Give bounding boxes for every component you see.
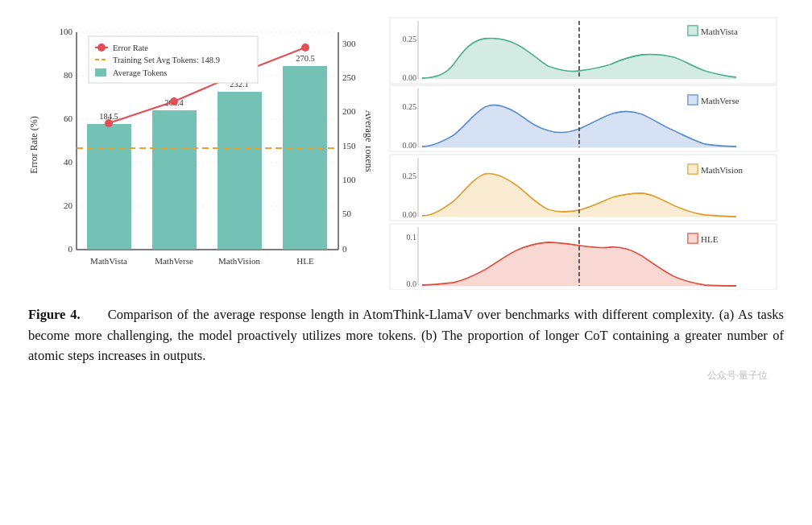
figure-number: Figure 4. xyxy=(28,307,81,322)
svg-text:0: 0 xyxy=(342,244,347,254)
svg-text:0.00: 0.00 xyxy=(403,141,417,150)
svg-text:4: 4 xyxy=(483,289,487,290)
figure-caption: Figure 4. Comparison of the average resp… xyxy=(24,304,788,366)
svg-text:100: 100 xyxy=(342,175,356,184)
svg-text:Training Set Avg Tokens: 148.9: Training Set Avg Tokens: 148.9 xyxy=(113,56,220,64)
svg-text:MathVista: MathVista xyxy=(701,27,738,36)
svg-text:20: 20 xyxy=(64,200,73,210)
svg-text:150: 150 xyxy=(342,141,356,151)
svg-text:0.25: 0.25 xyxy=(403,102,417,111)
svg-text:0.00: 0.00 xyxy=(403,73,417,82)
svg-text:0.25: 0.25 xyxy=(403,172,417,180)
svg-text:300: 300 xyxy=(342,39,356,48)
svg-text:270.5: 270.5 xyxy=(296,54,315,63)
svg-text:0.0: 0.0 xyxy=(407,279,417,288)
figure-container: 0 20 40 60 80 100 Error Rate (%) 0 50 10… xyxy=(24,16,788,290)
svg-text:6: 6 xyxy=(546,289,550,290)
right-chart-svg: 0.00 0.25 MathVista 0.00 0.25 xyxy=(379,16,788,290)
svg-rect-79 xyxy=(688,164,698,174)
svg-rect-25 xyxy=(87,124,131,250)
svg-point-35 xyxy=(170,97,178,105)
left-chart: 0 20 40 60 80 100 Error Rate (%) 0 50 10… xyxy=(24,16,371,290)
watermark: 公众号·量子位 xyxy=(707,369,768,382)
right-chart: 0.00 0.25 MathVista 0.00 0.25 xyxy=(379,16,788,290)
caption-text: Comparison of the average response lengt… xyxy=(28,307,784,363)
svg-point-37 xyxy=(301,43,309,52)
svg-text:50: 50 xyxy=(342,209,352,218)
svg-rect-27 xyxy=(152,110,197,250)
svg-rect-70 xyxy=(688,95,698,105)
svg-text:0.1: 0.1 xyxy=(407,233,417,242)
svg-text:MathVision: MathVision xyxy=(218,256,260,266)
svg-text:250: 250 xyxy=(342,72,356,82)
svg-rect-48 xyxy=(95,68,106,76)
svg-text:80: 80 xyxy=(64,70,73,80)
svg-point-34 xyxy=(105,119,113,127)
svg-text:0.00: 0.00 xyxy=(403,210,417,219)
svg-text:12: 12 xyxy=(732,289,740,290)
svg-rect-88 xyxy=(688,234,698,243)
svg-rect-31 xyxy=(283,66,327,250)
svg-text:10: 10 xyxy=(669,289,677,290)
svg-text:0: 0 xyxy=(68,244,73,254)
svg-text:MathVista: MathVista xyxy=(90,256,127,266)
svg-text:HLE: HLE xyxy=(701,234,719,244)
svg-text:MathVision: MathVision xyxy=(701,165,743,175)
svg-text:200: 200 xyxy=(342,106,356,116)
svg-text:Error Rate: Error Rate xyxy=(113,43,148,52)
svg-text:MathVerse: MathVerse xyxy=(701,96,740,105)
svg-text:40: 40 xyxy=(64,157,73,167)
svg-text:Average Tokens: Average Tokens xyxy=(363,110,371,172)
svg-rect-61 xyxy=(688,26,698,35)
svg-text:MathVerse: MathVerse xyxy=(155,256,193,266)
svg-text:Average Tokens: Average Tokens xyxy=(113,68,167,77)
svg-text:60: 60 xyxy=(64,114,73,123)
svg-text:Error Rate (%): Error Rate (%) xyxy=(28,116,39,173)
svg-text:8: 8 xyxy=(609,289,613,290)
svg-text:0.25: 0.25 xyxy=(403,35,417,43)
left-chart-svg: 0 20 40 60 80 100 Error Rate (%) 0 50 10… xyxy=(24,16,371,290)
svg-text:100: 100 xyxy=(60,27,73,36)
svg-text:HLE: HLE xyxy=(296,256,314,266)
svg-rect-29 xyxy=(218,92,262,250)
svg-text:2: 2 xyxy=(420,289,425,290)
